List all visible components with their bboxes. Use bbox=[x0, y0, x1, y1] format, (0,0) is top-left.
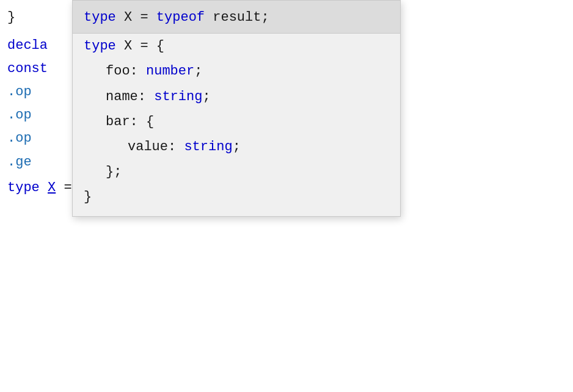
bottom-space1 bbox=[40, 178, 48, 198]
tooltip-outer-close: } bbox=[73, 184, 400, 209]
tooltip-outer-close-brace: } bbox=[84, 186, 92, 208]
tooltip-r1-type-kw: type bbox=[84, 7, 116, 28]
tooltip-r2-type-kw: type bbox=[84, 35, 116, 57]
tooltip-foo-label: foo: bbox=[106, 60, 146, 82]
tooltip-name-label: name: bbox=[106, 86, 154, 107]
tooltip-name-semi: ; bbox=[202, 86, 210, 107]
tooltip-r1-space1 bbox=[116, 7, 124, 28]
tooltip-foo-semi: ; bbox=[194, 60, 202, 82]
tooltip-r1-typeof-kw: typeof bbox=[156, 7, 205, 28]
closing-brace: } bbox=[7, 7, 15, 28]
tooltip-bar-close: }; bbox=[73, 159, 400, 184]
tooltip-foo-line: foo: number ; bbox=[73, 59, 400, 84]
tooltip-value-type: string bbox=[184, 136, 232, 158]
ge-method: .ge bbox=[7, 152, 32, 173]
tooltip-r1-space2: = bbox=[132, 7, 156, 28]
tooltip-name-line: name: string ; bbox=[73, 84, 400, 109]
tooltip-r2-space bbox=[116, 35, 124, 57]
declare-keyword-partial: decla bbox=[7, 35, 48, 56]
type-tooltip-popup: type X = typeof result; type X = { foo: … bbox=[72, 0, 401, 217]
tooltip-value-semi: ; bbox=[233, 136, 241, 158]
bottom-x-identifier: X bbox=[48, 178, 56, 198]
tooltip-bar-label: bar: { bbox=[106, 111, 154, 132]
tooltip-row-1-highlighted: type X = typeof result; bbox=[73, 1, 400, 33]
tooltip-body: type X = { foo: number ; name: string ; … bbox=[73, 34, 400, 216]
tooltip-name-type: string bbox=[154, 86, 202, 107]
const-keyword: const bbox=[7, 59, 48, 79]
tooltip-value-label: value: bbox=[128, 136, 184, 158]
op-method-1: .op bbox=[7, 82, 32, 103]
tooltip-value-line: value: string ; bbox=[73, 134, 400, 159]
tooltip-r2-x: X bbox=[124, 35, 132, 57]
tooltip-bar-line: bar: { bbox=[73, 109, 400, 134]
tooltip-bar-close-brace: }; bbox=[106, 161, 122, 183]
tooltip-r2-eq: = { bbox=[132, 35, 164, 57]
op-method-2: .op bbox=[7, 105, 32, 126]
tooltip-foo-type: number bbox=[146, 60, 194, 82]
tooltip-row-2: type X = { bbox=[73, 34, 400, 59]
tooltip-r1-x: X bbox=[124, 7, 132, 28]
tooltip-r1-result: result; bbox=[205, 7, 269, 28]
op-method-3: .op bbox=[7, 128, 32, 149]
bottom-type-keyword: type bbox=[7, 178, 40, 198]
